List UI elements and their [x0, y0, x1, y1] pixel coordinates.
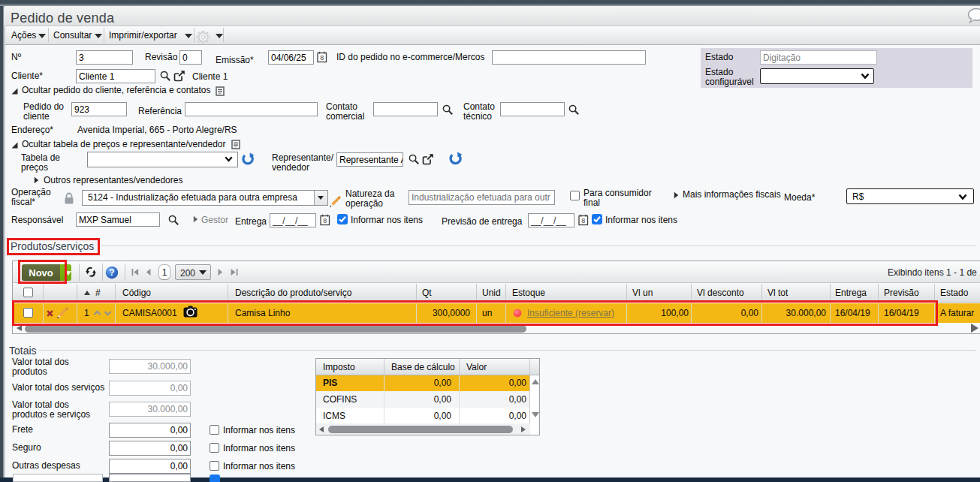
svg-text:8: 8: [323, 217, 327, 224]
svg-text:8: 8: [320, 54, 324, 62]
svg-text:8: 8: [581, 217, 585, 224]
svg-text:?: ?: [109, 267, 114, 278]
